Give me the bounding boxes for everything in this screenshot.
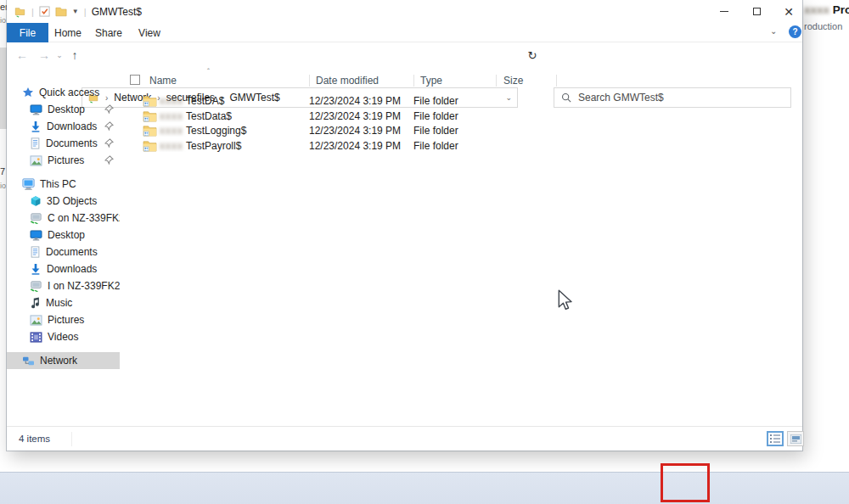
sidebar-item-label: Quick access <box>39 87 99 98</box>
tab-share[interactable]: Share <box>89 23 128 42</box>
sidebar-item-label: This PC <box>40 178 76 190</box>
sidebar-item-pictures[interactable]: Pictures <box>7 152 120 169</box>
cube-icon <box>30 195 42 207</box>
file-row[interactable]: xxxxTestDA$12/23/2024 3:19 PMFile folder <box>143 93 497 109</box>
file-type: File folder <box>413 95 497 107</box>
refresh-icon[interactable]: ↻ <box>521 42 543 68</box>
title-bar: | ▼ | GMWTest$ <box>7 0 802 23</box>
sidebar-item-label: Music <box>46 297 72 309</box>
column-header-name[interactable]: Name <box>149 73 302 88</box>
sidebar-item-label: Documents <box>46 137 98 149</box>
sidebar-item-music[interactable]: Music <box>7 294 120 311</box>
search-placeholder: Search GMWTest$ <box>578 92 664 104</box>
sidebar-item-c-on-nz-339fk2341[interactable]: C on NZ-339FK2341 <box>7 210 120 227</box>
sidebar-item-label: Downloads <box>47 120 97 132</box>
doc-icon <box>30 137 41 149</box>
sidebar-item-desktop[interactable]: Desktop <box>7 227 120 244</box>
search-input[interactable]: Search GMWTest$ <box>554 87 791 108</box>
sidebar-item-label: Desktop <box>48 104 85 115</box>
background-text-fragment: io <box>0 182 6 190</box>
file-row[interactable]: xxxxTestLogging$12/23/2024 3:19 PMFile f… <box>143 123 497 138</box>
address-row: ← → ⌄ ↑ › Network › securefiles › GMWTes… <box>7 42 802 68</box>
column-divider[interactable] <box>496 75 497 87</box>
doc-icon <box>30 246 41 258</box>
file-name: TestLogging$ <box>186 125 246 137</box>
file-row[interactable]: xxxxTestPayroll$12/23/2024 3:19 PMFile f… <box>143 138 497 154</box>
file-row[interactable]: xxxxTestData$12/23/2024 3:19 PMFile fold… <box>143 109 497 124</box>
sidebar-item-this-pc[interactable]: This PC <box>7 176 120 193</box>
maximize-button[interactable] <box>742 0 771 23</box>
sidebar-item-label: Pictures <box>48 314 84 326</box>
column-header-date-modified[interactable]: Date modified <box>316 73 408 88</box>
sidebar-item-label: Network <box>40 355 77 367</box>
redacted-name-prefix: xxxx <box>160 110 183 122</box>
date-modified: 12/23/2024 3:19 PM <box>309 140 413 152</box>
sidebar-item-3d-objects[interactable]: 3D Objects <box>7 193 120 210</box>
sidebar-item-label: Desktop <box>48 229 85 241</box>
sidebar-item-documents[interactable]: Documents <box>7 244 120 260</box>
sidebar-item-i-on-nz-339fk23413[interactable]: I on NZ-339FK23413 <box>7 277 120 294</box>
red-highlight-annotation <box>661 463 710 502</box>
checkmark-icon[interactable] <box>39 6 50 17</box>
sidebar-item-pictures[interactable]: Pictures <box>7 311 120 328</box>
file-type: File folder <box>413 125 497 137</box>
column-divider[interactable] <box>309 75 310 87</box>
drive-icon <box>30 280 42 292</box>
date-modified: 12/23/2024 3:19 PM <box>309 125 413 137</box>
sidebar-item-quick-access[interactable]: Quick access <box>7 84 120 101</box>
monitor-icon <box>30 230 42 241</box>
qat-dropdown-caret[interactable]: ▼ <box>72 8 79 15</box>
folder-icon[interactable] <box>55 7 67 17</box>
sidebar-item-label: Videos <box>48 331 78 343</box>
pin-icon <box>104 155 114 167</box>
monitor-icon <box>30 104 42 115</box>
shared-folder-icon <box>143 125 157 137</box>
background-text-fragment: io <box>0 16 6 25</box>
large-icons-view-button[interactable] <box>787 431 804 446</box>
ribbon-collapse-caret[interactable]: ⌄ <box>770 26 777 36</box>
video-icon <box>30 332 42 343</box>
background-app-title: xxxx Prod <box>804 3 849 16</box>
file-type: File folder <box>413 110 497 122</box>
up-icon[interactable]: ↑ <box>65 42 85 68</box>
sidebar-item-label: I on NZ-339FK23413 <box>48 280 120 292</box>
shared-folder-icon <box>143 95 157 107</box>
forward-icon[interactable]: → <box>34 42 54 68</box>
column-divider[interactable] <box>556 75 557 87</box>
column-header-size[interactable]: Size <box>503 73 553 88</box>
sidebar-item-desktop[interactable]: Desktop <box>7 101 120 118</box>
sidebar-item-downloads[interactable]: Downloads <box>7 118 120 135</box>
sidebar-item-videos[interactable]: Videos <box>7 328 120 345</box>
tab-file[interactable]: File <box>7 23 48 42</box>
sidebar-item-network[interactable]: Network <box>7 352 120 369</box>
pin-icon <box>104 104 114 116</box>
mouse-cursor <box>557 289 574 311</box>
column-divider[interactable] <box>413 75 414 87</box>
tab-home[interactable]: Home <box>48 23 87 42</box>
details-view-icon <box>770 434 780 444</box>
pic-icon <box>30 315 42 326</box>
details-view-button[interactable] <box>767 431 784 446</box>
address-dropdown-caret[interactable]: ⌄ <box>505 93 512 102</box>
file-type: File folder <box>413 140 497 152</box>
sidebar-item-documents[interactable]: Documents <box>7 135 120 152</box>
file-explorer-window: | ▼ | GMWTest$ ✕ File Home Share View ⌄ … <box>7 0 802 451</box>
close-button[interactable]: ✕ <box>774 0 803 23</box>
minimize-button[interactable] <box>710 0 739 23</box>
large-icons-view-icon <box>790 434 801 444</box>
star-icon <box>22 87 34 98</box>
help-icon[interactable]: ? <box>789 25 801 38</box>
date-modified: 12/23/2024 3:19 PM <box>309 110 413 122</box>
redacted-name-prefix: xxxx <box>160 95 183 107</box>
net-icon <box>22 356 35 367</box>
taskbar: Search O <box>0 472 849 504</box>
back-icon[interactable]: ← <box>12 42 32 68</box>
sidebar-item-downloads[interactable]: Downloads <box>7 260 120 277</box>
column-header-type[interactable]: Type <box>420 73 492 88</box>
select-all-checkbox[interactable] <box>130 75 140 85</box>
download-icon <box>30 263 42 275</box>
tab-view[interactable]: View <box>130 23 169 42</box>
items-count: 4 items <box>19 434 50 444</box>
sidebar-item-label: Downloads <box>47 263 97 275</box>
file-name: TestDA$ <box>186 95 224 107</box>
